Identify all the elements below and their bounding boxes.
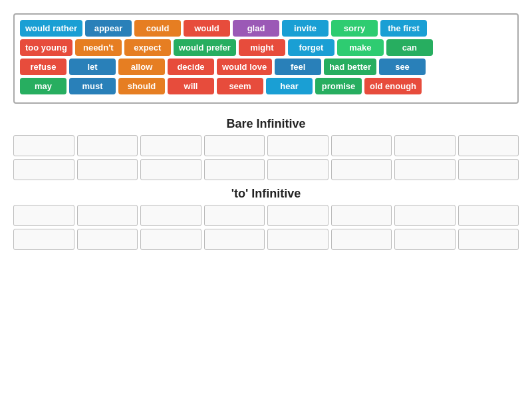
drop-cell[interactable] bbox=[267, 159, 329, 180]
tile-neednt[interactable]: needn't bbox=[75, 39, 122, 56]
tile-should[interactable]: should bbox=[118, 78, 165, 94]
tile-refuse[interactable]: refuse bbox=[20, 59, 66, 75]
tiles-row-1: would ratherappearcouldwouldgladinviteso… bbox=[20, 20, 512, 37]
drop-cell[interactable] bbox=[13, 205, 74, 226]
drop-cell[interactable] bbox=[458, 135, 519, 156]
drop-cell[interactable] bbox=[204, 135, 265, 156]
tile-might[interactable]: might bbox=[239, 39, 285, 56]
tile-decide[interactable]: decide bbox=[168, 59, 214, 75]
to-infinitive-row-1 bbox=[13, 205, 519, 226]
drop-cell[interactable] bbox=[13, 229, 74, 250]
tiles-row-4: maymustshouldwillseemhearpromiseold enou… bbox=[20, 78, 512, 94]
tile-glad[interactable]: glad bbox=[233, 20, 279, 37]
drop-cell[interactable] bbox=[331, 205, 392, 226]
drop-cell[interactable] bbox=[267, 135, 329, 156]
drop-cell[interactable] bbox=[331, 159, 392, 180]
drop-cell[interactable] bbox=[77, 205, 138, 226]
tile-the-first[interactable]: the first bbox=[380, 20, 427, 37]
tile-promise[interactable]: promise bbox=[315, 78, 362, 94]
drop-cell[interactable] bbox=[458, 159, 519, 180]
tile-appear[interactable]: appear bbox=[85, 20, 132, 37]
tile-see[interactable]: see bbox=[379, 59, 426, 75]
tile-can[interactable]: can bbox=[386, 39, 433, 56]
drop-cell[interactable] bbox=[140, 205, 201, 226]
tiles-row-2: too youngneedn'texpectwould prefermightf… bbox=[20, 39, 512, 56]
tile-would-love[interactable]: would love bbox=[217, 59, 272, 75]
bare-infinitive-row-1 bbox=[13, 135, 519, 156]
tile-make[interactable]: make bbox=[337, 39, 384, 56]
tile-feel[interactable]: feel bbox=[275, 59, 321, 75]
drop-cell[interactable] bbox=[140, 229, 201, 250]
drop-cell[interactable] bbox=[13, 135, 74, 156]
drop-cell[interactable] bbox=[394, 205, 456, 226]
drop-cell[interactable] bbox=[77, 135, 138, 156]
bare-infinitive-section: Bare Infinitive bbox=[13, 117, 519, 180]
tile-would[interactable]: would bbox=[184, 20, 230, 37]
main-container: would ratherappearcouldwouldgladinviteso… bbox=[0, 0, 532, 262]
drop-cell[interactable] bbox=[13, 159, 74, 180]
drop-cell[interactable] bbox=[267, 229, 329, 250]
drop-cell[interactable] bbox=[458, 229, 519, 250]
to-infinitive-label: 'to' Infinitive bbox=[13, 187, 519, 201]
drop-cell[interactable] bbox=[204, 159, 265, 180]
tile-invite[interactable]: invite bbox=[282, 20, 329, 37]
tile-had-better[interactable]: had better bbox=[324, 59, 376, 75]
drop-cell[interactable] bbox=[204, 229, 265, 250]
tile-would-rather[interactable]: would rather bbox=[20, 20, 82, 37]
drop-cell[interactable] bbox=[394, 229, 456, 250]
tile-could[interactable]: could bbox=[134, 20, 181, 37]
tile-would-prefer[interactable]: would prefer bbox=[174, 39, 236, 56]
tile-hear[interactable]: hear bbox=[266, 78, 313, 94]
drop-cell[interactable] bbox=[394, 135, 456, 156]
drop-cell[interactable] bbox=[140, 135, 201, 156]
drop-cell[interactable] bbox=[77, 229, 138, 250]
tile-too-young[interactable]: too young bbox=[20, 39, 72, 56]
tile-old-enough[interactable]: old enough bbox=[364, 78, 422, 94]
drop-cell[interactable] bbox=[140, 159, 201, 180]
tile-sorry[interactable]: sorry bbox=[331, 20, 378, 37]
tile-will[interactable]: will bbox=[168, 78, 214, 94]
to-infinitive-section: 'to' Infinitive bbox=[13, 187, 519, 250]
drop-cell[interactable] bbox=[331, 135, 392, 156]
drop-cell[interactable] bbox=[458, 205, 519, 226]
drop-cell[interactable] bbox=[77, 159, 138, 180]
tile-may[interactable]: may bbox=[20, 78, 66, 94]
drop-cell[interactable] bbox=[331, 229, 392, 250]
drop-cell[interactable] bbox=[394, 159, 456, 180]
drop-cell[interactable] bbox=[204, 205, 265, 226]
tile-let[interactable]: let bbox=[69, 59, 116, 75]
tile-allow[interactable]: allow bbox=[118, 59, 165, 75]
bare-infinitive-row-2 bbox=[13, 159, 519, 180]
to-infinitive-row-2 bbox=[13, 229, 519, 250]
tiles-row-3: refuseletallowdecidewould lovefeelhad be… bbox=[20, 59, 512, 75]
tile-forget[interactable]: forget bbox=[288, 39, 334, 56]
tile-expect[interactable]: expect bbox=[124, 39, 171, 56]
drop-cell[interactable] bbox=[267, 205, 329, 226]
tile-must[interactable]: must bbox=[69, 78, 116, 94]
tile-seem[interactable]: seem bbox=[217, 78, 263, 94]
tiles-area: would ratherappearcouldwouldgladinviteso… bbox=[13, 13, 519, 104]
bare-infinitive-label: Bare Infinitive bbox=[13, 117, 519, 131]
